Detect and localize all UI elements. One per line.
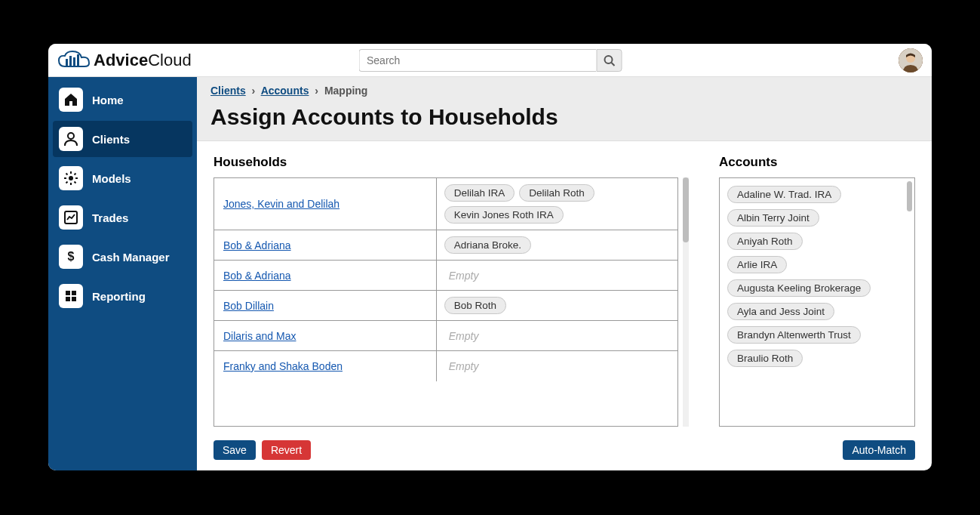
svg-rect-20 [66, 291, 70, 295]
sidebar-item-label: Reporting [92, 290, 146, 303]
topbar: AdviceCloud [48, 44, 932, 77]
household-link[interactable]: Jones, Kevin and Delilah [223, 198, 339, 210]
household-link[interactable]: Bob Dillain [223, 300, 274, 312]
account-chip[interactable]: Albin Terry Joint [727, 209, 819, 227]
breadcrumb-clients[interactable]: Clients [210, 85, 246, 97]
svg-rect-23 [72, 297, 76, 301]
account-chip[interactable]: Aniyah Roth [727, 233, 803, 250]
household-link[interactable]: Franky and Shaka Boden [223, 360, 343, 372]
svg-line-5 [611, 63, 614, 66]
sidebar-item-label: Home [92, 94, 124, 106]
brand-logo[interactable]: AdviceCloud [57, 50, 192, 71]
chart-icon [59, 205, 83, 230]
svg-point-8 [68, 133, 74, 139]
household-name-cell: Bob & Adriana [214, 261, 437, 290]
empty-label: Empty [444, 328, 484, 344]
breadcrumb: Clients › Accounts › Mapping [210, 85, 918, 97]
sidebar-item-label: Cash Manager [92, 251, 170, 264]
search-wrap [358, 49, 622, 72]
svg-line-14 [66, 174, 68, 175]
household-accounts-cell[interactable]: Empty [437, 351, 677, 381]
household-accounts-cell[interactable]: Empty [437, 321, 677, 350]
account-chip[interactable]: Ayla and Jess Joint [727, 303, 834, 320]
revert-button[interactable]: Revert [262, 440, 311, 460]
svg-point-4 [604, 56, 612, 63]
household-accounts-cell[interactable]: Adriana Broke. [437, 230, 677, 260]
household-name-cell: Bob & Adriana [214, 230, 437, 260]
sidebar-item-label: Clients [92, 133, 130, 146]
breadcrumb-sep: › [315, 85, 318, 97]
household-name-cell: Dilaris and Max [214, 321, 437, 350]
account-chip[interactable]: Kevin Jones Roth IRA [444, 206, 564, 224]
households-table: Jones, Kevin and DelilahDelilah IRADelil… [214, 177, 678, 427]
accounts-scrollbar[interactable] [907, 181, 912, 211]
account-chip[interactable]: Delilah Roth [519, 184, 594, 202]
panels: Households Jones, Kevin and DelilahDelil… [197, 141, 932, 434]
household-name-cell: Franky and Shaka Boden [214, 351, 437, 381]
grid-icon [59, 284, 83, 308]
empty-label: Empty [444, 268, 484, 283]
breadcrumb-accounts[interactable]: Accounts [261, 85, 309, 97]
household-name-cell: Jones, Kevin and Delilah [214, 178, 437, 230]
sidebar-item-trades[interactable]: Trades [53, 199, 192, 236]
auto-match-button[interactable]: Auto-Match [843, 440, 915, 460]
save-button[interactable]: Save [214, 440, 256, 460]
household-row: Dilaris and MaxEmpty [214, 321, 677, 351]
avatar-icon [899, 48, 923, 72]
sidebar-item-reporting[interactable]: Reporting [53, 278, 192, 314]
account-chip[interactable]: Delilah IRA [444, 184, 515, 202]
brand-bold: Advice [94, 51, 148, 69]
sidebar-item-cash-manager[interactable]: $ Cash Manager [53, 239, 192, 275]
svg-rect-21 [72, 291, 76, 295]
svg-rect-2 [73, 57, 75, 66]
household-accounts-cell[interactable]: Delilah IRADelilah RothKevin Jones Roth … [437, 178, 677, 230]
svg-line-16 [66, 182, 68, 183]
household-row: Franky and Shaka BodenEmpty [214, 351, 677, 381]
household-accounts-cell[interactable]: Bob Roth [437, 291, 677, 320]
households-panel: Households Jones, Kevin and DelilahDelil… [214, 155, 689, 427]
sidebar-item-label: Models [92, 172, 131, 185]
account-chip[interactable]: Braulio Roth [727, 350, 803, 367]
households-title: Households [214, 155, 689, 170]
brand-light: Cloud [148, 51, 191, 69]
account-chip[interactable]: Adriana Broke. [444, 236, 531, 254]
svg-rect-0 [66, 59, 68, 66]
page-title: Assign Accounts to Households [210, 104, 918, 130]
content-header: Clients › Accounts › Mapping Assign Acco… [197, 77, 932, 141]
household-link[interactable]: Bob & Adriana [223, 239, 291, 251]
household-row: Bob DillainBob Roth [214, 291, 677, 321]
household-link[interactable]: Dilaris and Max [223, 330, 296, 342]
household-link[interactable]: Bob & Adriana [223, 270, 291, 282]
svg-text:$: $ [68, 250, 75, 263]
account-chip[interactable]: Adaline W. Trad. IRA [727, 186, 841, 203]
account-chip[interactable]: Augusta Keeling Brokerage [727, 279, 871, 297]
body: Home Clients Models Trades [48, 77, 932, 470]
svg-rect-3 [77, 54, 79, 66]
dollar-icon: $ [59, 245, 83, 269]
search-button[interactable] [596, 49, 622, 72]
account-chip[interactable]: Arlie IRA [727, 256, 787, 273]
gear-icon [59, 166, 83, 190]
household-row: Bob & AdrianaEmpty [214, 261, 677, 291]
svg-rect-1 [69, 56, 72, 66]
search-input[interactable] [358, 49, 596, 72]
sidebar-item-home[interactable]: Home [53, 82, 192, 118]
content: Clients › Accounts › Mapping Assign Acco… [197, 77, 932, 470]
household-row: Jones, Kevin and DelilahDelilah IRADelil… [214, 178, 677, 230]
action-row: Save Revert Auto-Match [197, 434, 932, 470]
household-name-cell: Bob Dillain [214, 291, 437, 320]
account-chip[interactable]: Bob Roth [444, 297, 506, 314]
sidebar-item-clients[interactable]: Clients [53, 121, 192, 157]
accounts-panel: Accounts Adaline W. Trad. IRAAlbin Terry… [719, 155, 915, 427]
accounts-box: Adaline W. Trad. IRAAlbin Terry JointAni… [719, 177, 915, 427]
sidebar-item-models[interactable]: Models [53, 160, 192, 196]
account-chip[interactable]: Brandyn Altenwerth Trust [727, 326, 861, 344]
svg-line-17 [75, 174, 76, 175]
households-scrollbar[interactable] [683, 177, 689, 427]
sidebar-item-label: Trades [92, 211, 128, 224]
home-icon [59, 88, 83, 112]
cloud-logo-icon [57, 50, 91, 71]
user-avatar[interactable] [899, 48, 923, 72]
breadcrumb-current: Mapping [324, 85, 368, 97]
household-accounts-cell[interactable]: Empty [437, 261, 677, 290]
